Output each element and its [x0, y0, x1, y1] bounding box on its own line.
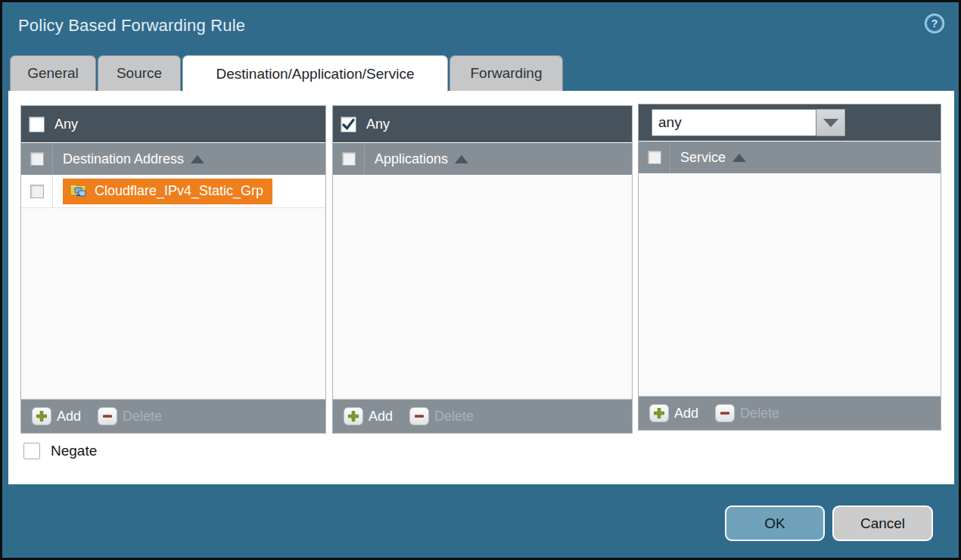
- service-footer-bar: Add Delete: [639, 396, 941, 430]
- add-button-label: Add: [369, 409, 393, 425]
- page-title: Policy Based Forwarding Rule: [18, 16, 245, 36]
- ok-button[interactable]: OK: [725, 506, 825, 541]
- applications-panel: Any Applications Add Delet: [332, 105, 633, 434]
- negate-checkbox[interactable]: [23, 443, 40, 459]
- applications-select-all-cell: [333, 143, 365, 175]
- applications-add-button[interactable]: Add: [344, 407, 393, 425]
- service-dropdown[interactable]: any: [652, 109, 845, 136]
- help-icon[interactable]: ?: [924, 13, 945, 34]
- sort-asc-icon: [455, 155, 468, 163]
- plus-icon: [344, 407, 363, 425]
- tab-forwarding-label: Forwarding: [470, 65, 542, 82]
- delete-button-label: Delete: [740, 406, 779, 422]
- tab-source-label: Source: [117, 65, 162, 82]
- destination-any-bar: Any: [21, 106, 325, 142]
- destination-delete-button[interactable]: Delete: [98, 407, 162, 425]
- sort-asc-icon: [191, 155, 204, 163]
- service-list: [639, 173, 941, 396]
- destination-column-header[interactable]: Destination Address: [63, 151, 204, 167]
- destination-select-all-cell: [21, 143, 53, 175]
- service-panel: any Service Add: [638, 104, 941, 431]
- destination-any-label: Any: [54, 117, 78, 132]
- applications-any-checkbox[interactable]: [341, 117, 356, 132]
- add-button-label: Add: [57, 409, 81, 425]
- applications-column-header-label: Applications: [375, 151, 448, 167]
- tab-general[interactable]: General: [10, 55, 96, 91]
- applications-select-all-checkbox[interactable]: [342, 152, 356, 166]
- applications-column-header[interactable]: Applications: [375, 151, 468, 167]
- negate-row: Negate: [23, 443, 97, 459]
- tab-source[interactable]: Source: [98, 55, 181, 91]
- destination-column-header-row: Destination Address: [21, 142, 325, 175]
- dialog-title-bar: Policy Based Forwarding Rule ?: [2, 2, 959, 51]
- row-check-cell: [21, 175, 53, 207]
- applications-any-bar: Any: [333, 106, 632, 142]
- service-column-header[interactable]: Service: [680, 150, 746, 166]
- tab-destination-application-service[interactable]: Destination/Application/Service: [182, 55, 448, 92]
- service-delete-button[interactable]: Delete: [715, 404, 779, 422]
- service-any-bar: any: [639, 104, 941, 141]
- destination-address-item-label: Cloudflare_IPv4_Static_Grp: [95, 183, 263, 199]
- svg-text:?: ?: [931, 17, 938, 30]
- applications-footer-bar: Add Delete: [333, 399, 632, 433]
- table-row: Cloudflare_IPv4_Static_Grp: [21, 175, 325, 208]
- plus-icon: [32, 407, 51, 425]
- delete-button-label: Delete: [434, 409, 474, 425]
- service-select-all-checkbox[interactable]: [648, 151, 661, 164]
- applications-list: [333, 175, 632, 399]
- chevron-down-icon: [823, 119, 838, 127]
- applications-any-label: Any: [366, 117, 390, 132]
- tab-forwarding[interactable]: Forwarding: [449, 55, 563, 91]
- destination-address-panel: Any Destination Address: [20, 105, 326, 434]
- service-add-button[interactable]: Add: [649, 404, 698, 422]
- applications-column-header-row: Applications: [333, 142, 632, 175]
- destination-address-item[interactable]: Cloudflare_IPv4_Static_Grp: [63, 179, 272, 204]
- minus-icon: [409, 407, 429, 425]
- add-button-label: Add: [674, 406, 698, 422]
- negate-label: Negate: [51, 443, 97, 459]
- destination-address-list: Cloudflare_IPv4_Static_Grp: [21, 175, 325, 399]
- dialog-action-bar: OK Cancel: [2, 484, 959, 560]
- destination-column-header-label: Destination Address: [63, 151, 184, 167]
- service-dropdown-button[interactable]: [816, 109, 845, 136]
- destination-footer-bar: Add Delete: [21, 399, 325, 433]
- sort-asc-icon: [732, 154, 746, 162]
- tab-content: Any Destination Address: [8, 91, 954, 484]
- service-select-all-cell: [639, 142, 670, 173]
- delete-button-label: Delete: [123, 409, 162, 425]
- plus-icon: [649, 404, 669, 422]
- cancel-button[interactable]: Cancel: [832, 506, 933, 541]
- minus-icon: [98, 407, 117, 425]
- row-checkbox[interactable]: [30, 185, 44, 198]
- address-group-icon: [69, 181, 89, 201]
- service-dropdown-value[interactable]: any: [652, 109, 816, 136]
- tab-general-label: General: [27, 65, 79, 82]
- destination-any-checkbox[interactable]: [29, 117, 45, 132]
- tab-destination-label: Destination/Application/Service: [216, 66, 415, 82]
- destination-add-button[interactable]: Add: [32, 407, 81, 425]
- minus-icon: [715, 404, 735, 422]
- applications-delete-button[interactable]: Delete: [409, 407, 474, 425]
- service-column-header-label: Service: [680, 150, 726, 166]
- service-column-header-row: Service: [639, 141, 941, 173]
- destination-select-all-checkbox[interactable]: [30, 152, 44, 166]
